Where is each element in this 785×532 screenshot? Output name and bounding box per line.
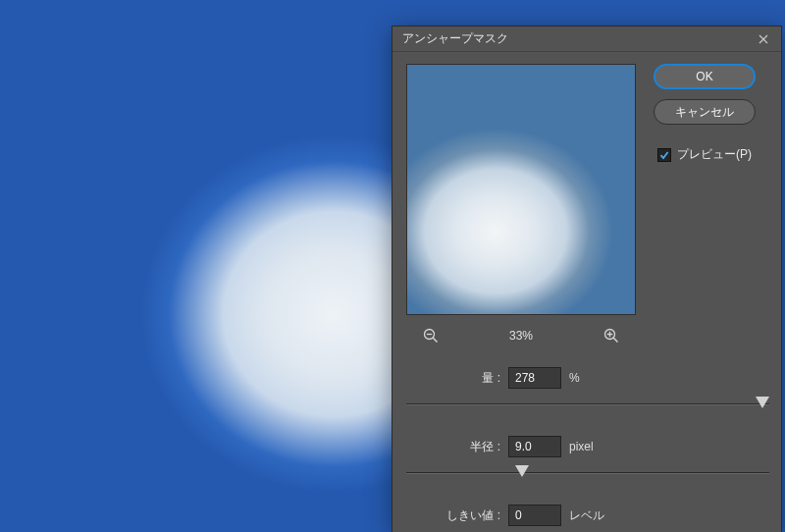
threshold-label: しきい値 :: [445, 507, 500, 524]
preview-checkbox[interactable]: [657, 148, 671, 162]
amount-row: 量 : 278 %: [406, 364, 769, 392]
dialog-title: アンシャープマスク: [402, 30, 754, 47]
threshold-row: しきい値 : 0 レベル: [406, 502, 769, 529]
titlebar: アンシャープマスク: [392, 27, 781, 52]
preview-row: 33% OK キャンセル プレビュー(P): [406, 64, 769, 346]
amount-slider-track: [406, 403, 769, 405]
preview-checkbox-label: プレビュー(P): [677, 146, 752, 163]
checkmark-icon: [659, 150, 669, 160]
threshold-unit: レベル: [569, 507, 604, 524]
radius-row: 半径 : 9.0 pixel: [406, 433, 769, 460]
threshold-input[interactable]: 0: [508, 505, 561, 526]
dialog-content: 33% OK キャンセル プレビュー(P): [392, 52, 781, 532]
preview-box[interactable]: [406, 64, 636, 315]
close-icon: [759, 34, 768, 44]
zoom-row: 33%: [406, 325, 636, 346]
radius-slider-thumb[interactable]: [515, 465, 529, 477]
zoom-value: 33%: [509, 329, 533, 343]
controls: 量 : 278 % 半径 : 9.0 pixel: [406, 364, 769, 532]
cancel-button[interactable]: キャンセル: [654, 99, 756, 125]
close-button[interactable]: [754, 29, 773, 49]
radius-slider-track: [406, 472, 769, 474]
zoom-out-icon: [423, 328, 439, 344]
document-canvas: アンシャープマスク 33%: [0, 0, 785, 532]
amount-slider[interactable]: [406, 394, 769, 415]
amount-slider-thumb[interactable]: [756, 397, 769, 408]
zoom-out-button[interactable]: [420, 325, 442, 346]
radius-slider[interactable]: [406, 462, 769, 484]
radius-label: 半径 :: [445, 439, 500, 455]
radius-unit: pixel: [569, 440, 594, 453]
unsharp-mask-dialog: アンシャープマスク 33%: [392, 26, 782, 532]
amount-input[interactable]: 278: [508, 367, 561, 389]
dialog-side-buttons: OK キャンセル プレビュー(P): [654, 64, 756, 163]
amount-label: 量 :: [445, 370, 500, 387]
amount-unit: %: [569, 371, 580, 385]
preview-checkbox-row: プレビュー(P): [657, 146, 752, 163]
radius-input[interactable]: 9.0: [508, 436, 561, 457]
preview-image: [407, 65, 635, 314]
zoom-in-button[interactable]: [601, 325, 622, 346]
ok-button[interactable]: OK: [654, 64, 756, 89]
zoom-in-icon: [603, 328, 619, 344]
